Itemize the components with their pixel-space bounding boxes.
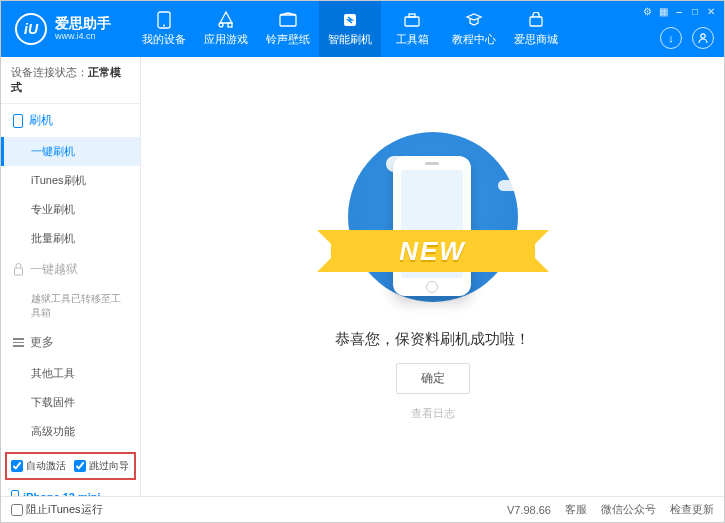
phone-icon: [155, 11, 173, 29]
success-illustration: NEW: [323, 132, 543, 312]
skin-icon[interactable]: ▦: [656, 4, 670, 18]
svg-rect-10: [14, 114, 23, 127]
tools-icon: [403, 11, 421, 29]
customer-service-link[interactable]: 客服: [565, 502, 587, 517]
flash-icon: [341, 11, 359, 29]
download-icon[interactable]: ↓: [660, 27, 682, 49]
nav-label: 工具箱: [396, 32, 429, 47]
header-right-icons: ↓: [660, 27, 714, 49]
checkbox-auto-activate[interactable]: 自动激活: [11, 459, 66, 473]
sidebar-head-jailbreak: 一键越狱: [1, 253, 140, 286]
window-controls: ⚙ ▦ ‒ □ ✕: [640, 4, 718, 18]
media-icon: [279, 11, 297, 29]
checkbox-label: 阻止iTunes运行: [26, 502, 103, 517]
sidebar-head-flash[interactable]: 刷机: [1, 104, 140, 137]
user-icon[interactable]: [692, 27, 714, 49]
svg-rect-7: [409, 14, 415, 17]
checkbox-block-itunes[interactable]: 阻止iTunes运行: [11, 502, 103, 517]
sidebar-head-label: 刷机: [29, 112, 53, 129]
svg-rect-11: [15, 268, 23, 275]
close-button[interactable]: ✕: [704, 4, 718, 18]
nav-ringtone-wallpaper[interactable]: 铃声壁纸: [257, 1, 319, 57]
nav-label: 教程中心: [452, 32, 496, 47]
maximize-button[interactable]: □: [688, 4, 702, 18]
tutorial-icon: [465, 11, 483, 29]
lock-icon: [13, 263, 24, 276]
nav-apps-games[interactable]: 应用游戏: [195, 1, 257, 57]
nav-label: 我的设备: [142, 32, 186, 47]
nav-label: 智能刷机: [328, 32, 372, 47]
nav-label: 铃声壁纸: [266, 32, 310, 47]
svg-rect-4: [280, 15, 296, 26]
logo-area: iU 爱思助手 www.i4.cn: [1, 13, 125, 45]
app-header: iU 爱思助手 www.i4.cn 我的设备 应用游戏 铃声壁纸 智能刷机: [1, 1, 724, 57]
phone-icon: [13, 114, 23, 128]
checkbox-input[interactable]: [74, 460, 86, 472]
svg-point-9: [701, 34, 705, 38]
wechat-link[interactable]: 微信公众号: [601, 502, 656, 517]
cloud-icon: [498, 180, 520, 191]
minimize-button[interactable]: ‒: [672, 4, 686, 18]
nav-tutorial[interactable]: 教程中心: [443, 1, 505, 57]
nav-toolbox[interactable]: 工具箱: [381, 1, 443, 57]
svg-rect-8: [530, 17, 542, 26]
settings-icon[interactable]: ⚙: [640, 4, 654, 18]
confirm-button[interactable]: 确定: [396, 363, 470, 394]
ribbon-text: NEW: [399, 236, 466, 267]
success-message: 恭喜您，保资料刷机成功啦！: [335, 330, 530, 349]
sidebar-item-pro-flash[interactable]: 专业刷机: [1, 195, 140, 224]
checkbox-skip-guide[interactable]: 跳过向导: [74, 459, 129, 473]
app-logo-icon: iU: [15, 13, 47, 45]
main-content: NEW 恭喜您，保资料刷机成功啦！ 确定 查看日志: [141, 57, 724, 496]
version-label: V7.98.66: [507, 504, 551, 516]
apps-icon: [217, 11, 235, 29]
nav-label: 应用游戏: [204, 32, 248, 47]
app-name: 爱思助手: [55, 16, 111, 31]
nav-my-device[interactable]: 我的设备: [133, 1, 195, 57]
phone-illustration: [393, 156, 471, 296]
store-icon: [527, 11, 545, 29]
hamburger-icon: [13, 338, 24, 347]
checkbox-label: 自动激活: [26, 459, 66, 473]
flash-options-box: 自动激活 跳过向导: [5, 452, 136, 480]
sidebar-item-advanced[interactable]: 高级功能: [1, 417, 140, 446]
sidebar-head-label: 更多: [30, 334, 54, 351]
checkbox-label: 跳过向导: [89, 459, 129, 473]
sidebar-item-onekey-flash[interactable]: 一键刷机: [1, 137, 140, 166]
svg-point-1: [163, 25, 165, 27]
view-log-link[interactable]: 查看日志: [411, 406, 455, 421]
check-update-link[interactable]: 检查更新: [670, 502, 714, 517]
device-block[interactable]: iPhone 12 mini 64GB Down-12mini-13,1: [1, 484, 140, 496]
checkbox-input[interactable]: [11, 460, 23, 472]
conn-label: 设备连接状态：: [11, 66, 88, 78]
sidebar-item-other-tools[interactable]: 其他工具: [1, 359, 140, 388]
svg-rect-6: [405, 17, 419, 26]
sidebar-item-batch-flash[interactable]: 批量刷机: [1, 224, 140, 253]
jailbreak-note: 越狱工具已转移至工具箱: [1, 286, 140, 326]
svg-rect-3: [228, 23, 232, 27]
checkbox-input[interactable]: [11, 504, 23, 516]
app-url: www.i4.cn: [55, 32, 111, 42]
svg-point-2: [219, 23, 223, 27]
sidebar-head-label: 一键越狱: [30, 261, 78, 278]
main-nav: 我的设备 应用游戏 铃声壁纸 智能刷机 工具箱 教程中心: [133, 1, 567, 57]
footer: 阻止iTunes运行 V7.98.66 客服 微信公众号 检查更新: [1, 496, 724, 522]
sidebar-item-download-firmware[interactable]: 下载固件: [1, 388, 140, 417]
sidebar: 设备连接状态：正常模式 刷机 一键刷机 iTunes刷机 专业刷机 批量刷机 一…: [1, 57, 141, 496]
nav-store[interactable]: 爱思商城: [505, 1, 567, 57]
nav-label: 爱思商城: [514, 32, 558, 47]
sidebar-head-more[interactable]: 更多: [1, 326, 140, 359]
connection-status: 设备连接状态：正常模式: [1, 57, 140, 104]
sidebar-item-itunes-flash[interactable]: iTunes刷机: [1, 166, 140, 195]
new-ribbon: NEW: [331, 230, 535, 272]
nav-smart-flash[interactable]: 智能刷机: [319, 1, 381, 57]
